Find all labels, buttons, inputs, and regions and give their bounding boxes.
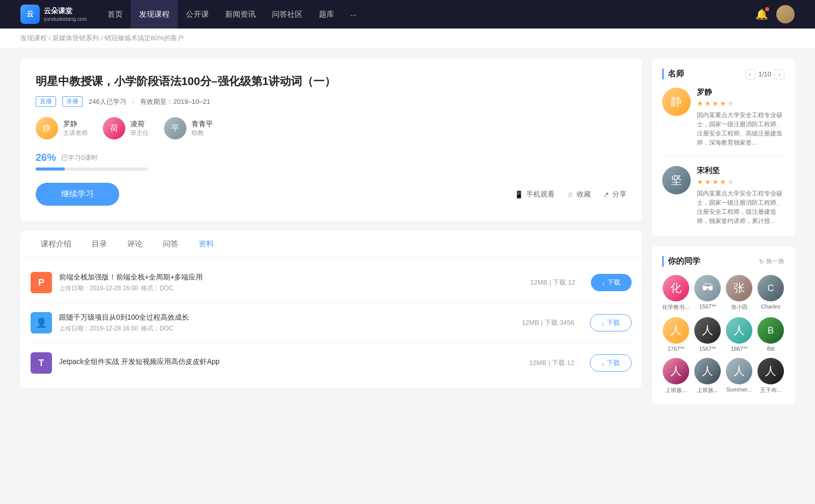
classmate-10-name: Summer... (726, 386, 752, 393)
download-icon-1: ↓ (602, 319, 605, 327)
classmate-6[interactable]: 人 1867** (725, 317, 753, 352)
download-icon-2: ↓ (602, 359, 605, 367)
nav-item-open[interactable]: 公开课 (178, 0, 217, 29)
classmate-5-name: 1567** (699, 346, 716, 352)
download-icon-0: ↓ (602, 279, 606, 287)
nav-item-quiz[interactable]: 题库 (311, 0, 342, 29)
file-name-1: 跟随千万级项目从0到100全过程高效成长 (59, 313, 514, 322)
phone-icon: 📱 (514, 190, 523, 199)
logo-icon: 云 (20, 5, 40, 24)
download-button-1[interactable]: ↓ 下载 (590, 314, 632, 331)
breadcrumb-discover[interactable]: 发现课程 (20, 34, 47, 42)
nav-item-home[interactable]: 首页 (99, 0, 131, 29)
file-meta-1: 上传日期：2019-12-28 16:00 格式：DOC (59, 324, 514, 333)
progress-percent: 26% (36, 152, 56, 163)
file-name-0: 前端全栈加强版！前端全栈+全周期+多端应用 (59, 273, 523, 282)
file-item-1: 👤 跟随千万级项目从0到100全过程高效成长 上传日期：2019-12-28 1… (31, 303, 632, 343)
classmate-3[interactable]: C Charles (757, 275, 784, 311)
tab-materials[interactable]: 资料 (188, 231, 224, 257)
teacher-1: 荷 凌荷 班主任 (103, 117, 149, 139)
teacher-1-name: 凌荷 (130, 120, 149, 129)
share-button[interactable]: ↗ 分享 (603, 190, 627, 199)
classmate-0-name: 化学教书... (662, 303, 689, 311)
sidebar-teacher-1-name: 宋利坚 (697, 166, 784, 176)
classmates-card: 你的同学 ↻ 换一换 化 化学教书... 🕶 1567** 张 张小田 (652, 246, 795, 404)
classmate-2-name: 张小田 (731, 303, 748, 311)
classmate-4[interactable]: 人 1767** (662, 317, 690, 352)
classmate-7-name: Bill (767, 346, 775, 352)
file-info-1: 跟随千万级项目从0到100全过程高效成长 上传日期：2019-12-28 16:… (59, 313, 514, 333)
sidebar-teacher-1-avatar: 坚 (662, 166, 691, 194)
tab-qa[interactable]: 问答 (153, 231, 188, 257)
file-name-2: Jetpack全组件实战 开发短视频应用高仿皮皮虾App (59, 357, 522, 367)
classmate-5[interactable]: 人 1567** (694, 317, 721, 352)
nav-item-qa[interactable]: 问答社区 (264, 0, 311, 29)
classmates-grid: 化 化学教书... 🕶 1567** 张 张小田 C Charles 人 (662, 275, 784, 394)
download-button-0[interactable]: ↓ 下载 (591, 274, 632, 291)
tabs-content: P 前端全栈加强版！前端全栈+全周期+多端应用 上传日期：2019-12-28 … (20, 258, 642, 388)
sidebar-teacher-0-desc: 国内某重点大学安全工程专业硕士，国家一级注册消防工程师、注册安全工程师、高级注册… (697, 110, 784, 147)
file-item-2: T Jetpack全组件实战 开发短视频应用高仿皮皮虾App 12MB | 下载… (31, 343, 632, 383)
teacher-0: 静 罗静 主讲老师 (36, 117, 88, 139)
nav-logo[interactable]: 云 云朵课堂 yunduoketang.com (20, 5, 87, 24)
collect-button[interactable]: ☆ 收藏 (567, 190, 591, 199)
sidebar-teacher-0-stars: ★★★★★ (697, 99, 784, 107)
classmate-8-name: 上班族... (665, 386, 687, 394)
classmate-8[interactable]: 人 上班族... (662, 358, 690, 394)
file-item-0: P 前端全栈加强版！前端全栈+全周期+多端应用 上传日期：2019-12-28 … (31, 263, 632, 303)
phone-watch-button[interactable]: 📱 手机观看 (514, 190, 555, 199)
classmate-4-name: 1767** (667, 346, 684, 352)
teacher-1-role: 班主任 (130, 129, 149, 137)
file-stats-0: 12MB | 下载 12 (530, 278, 576, 287)
breadcrumb-series[interactable]: 新媒体营销系列 (52, 34, 99, 42)
progress-bar-fill (36, 167, 65, 171)
notification-bell[interactable]: 🔔 (755, 8, 768, 20)
sidebar-teacher-1: 坚 宋利坚 ★★★★★ 国内某重点大学安全工程专业硕士，国家一级注册消防工程师、… (662, 166, 784, 226)
file-icon-1: 👤 (31, 312, 52, 333)
nav-item-discover[interactable]: 发现课程 (131, 0, 178, 29)
nav-item-more[interactable]: ··· (342, 0, 365, 29)
file-icon-2: T (31, 352, 52, 374)
teacher-0-name: 罗静 (63, 120, 88, 129)
file-icon-0: P (31, 272, 52, 293)
student-count: 246人已学习 (89, 97, 126, 106)
classmate-11[interactable]: 人 王子布... (757, 358, 784, 394)
tab-catalog[interactable]: 目录 (82, 231, 117, 257)
tabs-card: 课程介绍 目录 评论 问答 资料 P 前端全栈加强版！前端全栈+全周期+多端应用… (20, 231, 642, 388)
progress-time: 已学习0课时 (61, 153, 98, 162)
classmate-7[interactable]: B Bill (757, 317, 784, 352)
nav-item-news[interactable]: 新闻资讯 (217, 0, 264, 29)
continue-study-button[interactable]: 继续学习 (36, 183, 119, 206)
navigation: 云 云朵课堂 yunduoketang.com 首页 发现课程 公开课 新闻资讯… (0, 0, 815, 29)
separator-dot: · (132, 98, 134, 105)
course-actions: 继续学习 📱 手机观看 ☆ 收藏 ↗ 分享 (36, 183, 627, 206)
next-page-button[interactable]: › (774, 69, 784, 79)
teacher-0-role: 主讲老师 (63, 129, 88, 137)
sidebar-teacher-0-name: 罗静 (697, 88, 784, 97)
file-info-0: 前端全栈加强版！前端全栈+全周期+多端应用 上传日期：2019-12-28 16… (59, 273, 523, 293)
classmate-1[interactable]: 🕶 1567** (694, 275, 721, 311)
classmate-0[interactable]: 化 化学教书... (662, 275, 690, 311)
classmate-3-name: Charles (761, 303, 780, 310)
logo-text: 云朵课堂 yunduoketang.com (44, 6, 87, 22)
teacher-2-role: 助教 (192, 129, 213, 137)
tab-intro[interactable]: 课程介绍 (31, 231, 82, 257)
teacher-1-avatar: 荷 (103, 117, 125, 139)
tab-review[interactable]: 评论 (117, 231, 153, 257)
classmate-6-name: 1867** (730, 346, 747, 352)
classmate-9[interactable]: 人 上班族... (694, 358, 721, 394)
breadcrumb: 发现课程 / 新媒体营销系列 / 销冠修炼术搞定80%的客户 (0, 29, 815, 48)
share-icon: ↗ (603, 190, 609, 199)
star-icon: ☆ (567, 190, 574, 199)
download-button-2[interactable]: ↓ 下载 (590, 354, 632, 372)
teacher-2: 平 青青平 助教 (164, 117, 213, 139)
refresh-button[interactable]: ↻ 换一换 (759, 257, 784, 266)
teacher-2-avatar: 平 (164, 117, 186, 139)
classmate-2[interactable]: 张 张小田 (725, 275, 753, 311)
breadcrumb-current: 销冠修炼术搞定80%的客户 (104, 34, 184, 42)
badge-record: 录播 (62, 96, 83, 107)
classmate-10[interactable]: 人 Summer... (725, 358, 753, 394)
prev-page-button[interactable]: ‹ (745, 69, 755, 79)
user-avatar[interactable] (776, 5, 795, 23)
classmate-11-name: 王子布... (760, 386, 781, 394)
